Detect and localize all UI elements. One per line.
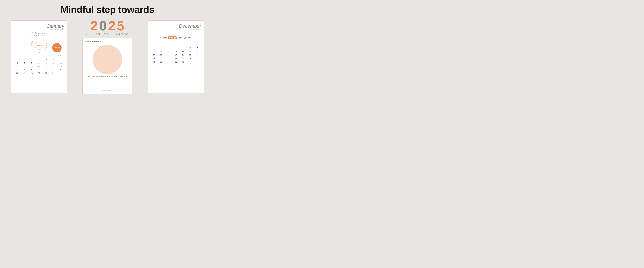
december-author: BRENÉ BROWN (150, 29, 201, 30)
cal-day: - (21, 58, 28, 61)
cal-day: 21 (28, 68, 35, 71)
cal-day: 27 (21, 72, 28, 74)
cal-day: 8 (35, 62, 42, 64)
dec-day: 10 (172, 50, 180, 53)
dec-day: 29 (165, 61, 172, 63)
dec-day: 11 (180, 50, 187, 53)
january-calendar-grid: - - 1 2 3 4 - 5 6 7 8 9 10 11 (14, 58, 64, 74)
january-intro-text: The first step towardchange is (14, 32, 64, 36)
dec-day: 19 (187, 53, 194, 56)
dec-day: 28 (158, 61, 165, 63)
large-peach-circle (92, 45, 122, 74)
content-row: January NATHANIEL BRANDEN The first step… (5, 19, 209, 94)
cal-day: 16 (42, 65, 50, 68)
january-month-title: January (14, 23, 64, 29)
dec-day: 30 (172, 61, 180, 63)
dec-week-3: 14 15 16 17 18 19 20 (150, 53, 201, 56)
dec-day: 27 (150, 61, 158, 63)
cal-day: 31 (50, 72, 57, 74)
year-subtitle: A WELLNESS CALENDAR (86, 33, 128, 35)
cal-day: 29 (35, 72, 42, 74)
dec-day: - (187, 61, 194, 63)
cal-day: 25 (57, 68, 64, 71)
acceptance-circle: Acceptance (52, 43, 62, 52)
dec-day: 1 (158, 46, 165, 49)
december-month-title: December (150, 23, 201, 29)
dec-day: 17 (172, 53, 180, 56)
dec-day: 16 (165, 53, 172, 56)
cal-day: 22 (35, 68, 42, 71)
responsible-text: I, and I alone, am responsible for every… (87, 76, 128, 77)
cal-day: 17 (50, 65, 57, 68)
enough-highlight: enough (168, 36, 177, 39)
cal-day: 15 (35, 65, 42, 68)
cal-day: 6 (21, 62, 28, 64)
cal-day: 19 (14, 68, 21, 71)
dec-day: 6 (194, 46, 201, 49)
cal-day: 20 (21, 68, 28, 71)
cal-day: 10 (50, 62, 57, 64)
january-author: NATHANIEL BRANDEN (14, 29, 64, 30)
awareness-circle-container: Awareness (31, 38, 47, 54)
cal-day: - (57, 58, 64, 61)
year-digit-0: 0 (99, 19, 107, 32)
cal-week-5: 26 27 28 29 30 31 - (14, 72, 64, 74)
dec-day: 25 (180, 57, 187, 60)
cal-day: 26 (14, 72, 21, 74)
cal-day: 12 (14, 65, 21, 68)
dec-day: - (150, 46, 158, 49)
cal-day: 14 (28, 65, 35, 68)
january-card: January NATHANIEL BRANDEN The first step… (11, 20, 67, 93)
cal-day: - (14, 58, 21, 61)
dec-day: 24 (172, 57, 180, 60)
cal-day: 5 (14, 62, 21, 64)
dec-week-2: 7 8 9 10 11 12 13 (150, 50, 201, 53)
dec-day: - (194, 57, 201, 60)
year-sub-calendar: CALENDAR (116, 33, 128, 35)
cal-day: 24 (50, 68, 57, 71)
year-sub-wellness: WELLNESS (96, 33, 108, 35)
cal-day: 4 (50, 58, 57, 61)
dec-day: 12 (187, 50, 194, 53)
year-sub-a: A (86, 33, 88, 35)
dec-day: 15 (158, 53, 165, 56)
year-digit-2b: 2 (108, 19, 116, 32)
dec-day: 18 (180, 53, 187, 56)
december-calendar-grid: - 1 2 3 4 5 6 7 8 9 10 11 12 13 (150, 46, 201, 63)
cal-week-4: 19 20 21 22 23 24 25 (14, 68, 64, 71)
year-display: 2 0 2 5 (90, 19, 124, 32)
dec-day: 31 (180, 61, 187, 63)
large-circle-container (92, 45, 122, 74)
main-container: Mindful step towards January NATHANIEL B… (0, 0, 215, 100)
dec-week-1: - 1 2 3 4 5 6 (150, 46, 201, 49)
cal-week-3: 12 13 14 15 16 17 18 (14, 65, 64, 68)
awareness-section: Awareness Acceptance (14, 38, 64, 54)
cal-day: 7 (28, 62, 35, 64)
center-section: 2 0 2 5 A WELLNESS CALENDAR What matters… (72, 19, 142, 94)
cal-day: 18 (57, 65, 64, 68)
naval-author: Naval Ravikant (102, 90, 112, 91)
dec-day: 7 (150, 50, 158, 53)
cal-day: 28 (28, 72, 35, 74)
year-digit-5: 5 (117, 19, 124, 32)
awareness-circle: Awareness (35, 42, 43, 50)
dec-day: 3 (172, 46, 180, 49)
cal-day: 23 (42, 68, 50, 71)
dec-day: 26 (187, 57, 194, 60)
dec-day: 8 (158, 50, 165, 53)
dec-day: 9 (165, 50, 172, 53)
dec-week-5: 27 28 29 30 31 - - (150, 61, 201, 63)
dec-week-4: 21 22 23 24 25 26 - (150, 57, 201, 60)
cal-day: 3 (42, 58, 50, 61)
dec-day: 22 (158, 57, 165, 60)
dec-day: - (194, 61, 201, 63)
dec-day: 21 (150, 57, 158, 60)
dec-day: 5 (187, 46, 194, 49)
cal-week-2: 5 6 7 8 9 10 11 (14, 62, 64, 64)
dec-day: 14 (150, 53, 158, 56)
dec-day: 4 (180, 46, 187, 49)
january-second-text: The second step is (14, 55, 64, 57)
what-matters-prompt: What matters today? (85, 41, 102, 43)
cal-day: 9 (42, 62, 50, 64)
dec-day: 2 (165, 46, 172, 49)
